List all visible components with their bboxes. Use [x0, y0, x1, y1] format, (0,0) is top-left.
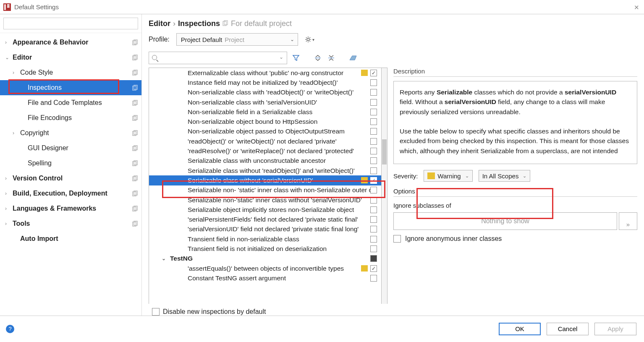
description-text: Reports any Serializable classes which d…	[393, 81, 637, 164]
inspection-checkbox[interactable]	[370, 99, 377, 106]
inspection-label: Serializable object implicitly stores no…	[188, 206, 370, 214]
inspection-checkbox[interactable]	[370, 265, 377, 272]
inspection-checkbox[interactable]	[370, 148, 377, 154]
chevron-down-icon: ⌄	[465, 173, 469, 179]
inspection-row[interactable]: Non-serializable class with 'readObject(…	[149, 88, 381, 97]
inspection-checkbox[interactable]	[370, 138, 377, 145]
sidebar-item-gui-designer[interactable]: GUI Designer	[0, 141, 141, 156]
sidebar-item-version-control[interactable]: ›Version Control	[0, 171, 141, 186]
inspection-checkbox[interactable]	[370, 245, 377, 252]
filter-button[interactable]	[291, 53, 301, 63]
inspection-row[interactable]: 'readResolve()' or 'writeReplace()' not …	[149, 146, 381, 156]
tree-item-label: Tools	[13, 220, 132, 227]
sidebar-item-tools[interactable]: ›Tools	[0, 216, 141, 231]
inspection-checkbox[interactable]	[370, 206, 377, 213]
sidebar-search-input[interactable]	[3, 18, 138, 29]
inspection-checkbox[interactable]	[370, 226, 377, 232]
collapse-all-button[interactable]	[327, 53, 336, 63]
ok-button[interactable]: OK	[499, 323, 541, 335]
scrollbar[interactable]	[382, 68, 387, 304]
inspection-row[interactable]: Non-serializable class with 'serialVersi…	[149, 97, 381, 107]
inspection-row[interactable]: Serializable class without 'readObject()…	[149, 166, 381, 175]
inspection-label: Constant TestNG assert argument	[188, 274, 370, 282]
sidebar-item-copyright[interactable]: ›Copyright	[0, 125, 141, 141]
tree-item-label: File Encodings	[28, 114, 132, 122]
inspection-row[interactable]: Transient field in non-serializable clas…	[149, 234, 381, 244]
tree-arrow-icon: ›	[5, 39, 11, 45]
inspection-checkbox[interactable]	[370, 79, 377, 86]
scope-icon	[132, 55, 138, 60]
tree-item-label: File and Code Templates	[28, 99, 132, 107]
profile-select[interactable]: Project Default Project ⌄	[176, 33, 298, 46]
scope-icon	[132, 70, 138, 76]
inspection-row[interactable]: Non-serializable object bound to HttpSes…	[149, 117, 381, 126]
inspection-checkbox[interactable]	[370, 167, 377, 174]
close-icon[interactable]: ✕	[634, 4, 641, 10]
inspection-row[interactable]: Serializable non- 'static' inner class w…	[149, 185, 381, 195]
apply-button[interactable]: Apply	[594, 323, 636, 335]
tree-item-label: Copyright	[20, 129, 132, 137]
scope-icon	[132, 191, 138, 196]
more-button[interactable]: »	[619, 212, 637, 230]
sidebar-item-appearance-behavior[interactable]: ›Appearance & Behavior	[0, 35, 141, 50]
inspection-checkbox[interactable]	[370, 216, 377, 223]
disable-new-checkbox[interactable]	[152, 308, 160, 316]
inspection-row[interactable]: Serializable class without 'serialVersio…	[149, 175, 381, 185]
sidebar-item-inspections[interactable]: Inspections	[0, 80, 141, 95]
inspection-checkbox[interactable]	[370, 109, 377, 115]
inspection-checkbox[interactable]	[370, 128, 377, 135]
inspection-row[interactable]: 'serialVersionUID' field not declared 'p…	[149, 225, 381, 234]
sidebar-item-file-and-code-templates[interactable]: File and Code Templates	[0, 95, 141, 110]
cancel-button[interactable]: Cancel	[547, 323, 589, 335]
sidebar-item-languages-frameworks[interactable]: ›Languages & Frameworks	[0, 201, 141, 216]
sidebar-item-spelling[interactable]: Spelling	[0, 156, 141, 171]
inspection-row[interactable]: Serializable object implicitly stores no…	[149, 205, 381, 214]
inspection-search-input[interactable]: ⌄	[149, 52, 287, 64]
inspection-checkbox[interactable]	[370, 118, 377, 125]
inspection-row[interactable]: Instance field may not be initialized by…	[149, 78, 381, 87]
inspection-row[interactable]: Non-serializable object passed to Object…	[149, 127, 381, 136]
tree-arrow-icon: ›	[5, 191, 11, 196]
chevron-right-icon: ›	[173, 19, 175, 28]
ignore-anonymous-checkbox[interactable]	[393, 235, 401, 243]
inspection-checkbox[interactable]	[370, 157, 377, 164]
inspection-checkbox[interactable]	[370, 177, 377, 184]
caret-down-icon: ⌄	[279, 54, 283, 60]
inspection-row[interactable]: Serializable class with unconstructable …	[149, 156, 381, 166]
sidebar-item-auto-import[interactable]: Auto Import	[0, 231, 141, 246]
help-button[interactable]: ?	[6, 325, 14, 333]
sidebar-item-editor[interactable]: ⌄Editor	[0, 50, 141, 65]
inspection-row[interactable]: Constant TestNG assert argument	[149, 273, 381, 283]
severity-select[interactable]: Warning ⌄	[424, 170, 472, 182]
inspection-checkbox[interactable]	[370, 197, 377, 204]
inspection-checkbox[interactable]	[370, 70, 377, 76]
inspection-checkbox[interactable]	[370, 187, 377, 193]
inspection-row[interactable]: Externalizable class without 'public' no…	[149, 68, 381, 78]
inspection-label: 'serialPersistentFields' field not decla…	[188, 216, 370, 223]
scope-select[interactable]: In All Scopes ⌄	[479, 170, 531, 182]
inspection-group[interactable]: ⌄TestNG	[149, 254, 381, 264]
subclasses-list[interactable]: Nothing to show	[393, 212, 617, 230]
scope-value: In All Scopes	[482, 172, 519, 180]
group-checkbox[interactable]	[370, 255, 377, 262]
tree-item-label: Auto Import	[20, 235, 138, 243]
tree-item-label: Spelling	[28, 159, 132, 167]
inspection-list[interactable]: Externalizable class without 'public' no…	[149, 68, 382, 304]
sidebar-item-file-encodings[interactable]: File Encodings	[0, 110, 141, 125]
inspection-row[interactable]: Transient field is not initialized on de…	[149, 244, 381, 253]
inspection-row[interactable]: 'readObject()' or 'writeObject()' not de…	[149, 136, 381, 146]
inspection-checkbox[interactable]	[370, 89, 377, 96]
inspection-row[interactable]: 'serialPersistentFields' field not decla…	[149, 214, 381, 224]
inspection-row[interactable]: Non-serializable field in a Serializable…	[149, 107, 381, 117]
profile-gear-button[interactable]: ▾	[305, 36, 314, 43]
sidebar-item-code-style[interactable]: ›Code Style	[0, 65, 141, 80]
inspection-checkbox[interactable]	[370, 236, 377, 243]
reset-button[interactable]	[348, 53, 358, 63]
inspection-row[interactable]: Serializable non-'static' inner class wi…	[149, 195, 381, 205]
expand-all-button[interactable]	[313, 53, 322, 63]
settings-tree[interactable]: ›Appearance & Behavior⌄Editor›Code Style…	[0, 33, 141, 316]
inspection-row[interactable]: 'assertEquals()' between objects of inco…	[149, 264, 381, 273]
sidebar-item-build-execution-deployment[interactable]: ›Build, Execution, Deployment	[0, 186, 141, 201]
inspection-checkbox[interactable]	[370, 275, 377, 282]
scrollbar-thumb[interactable]	[382, 139, 387, 164]
